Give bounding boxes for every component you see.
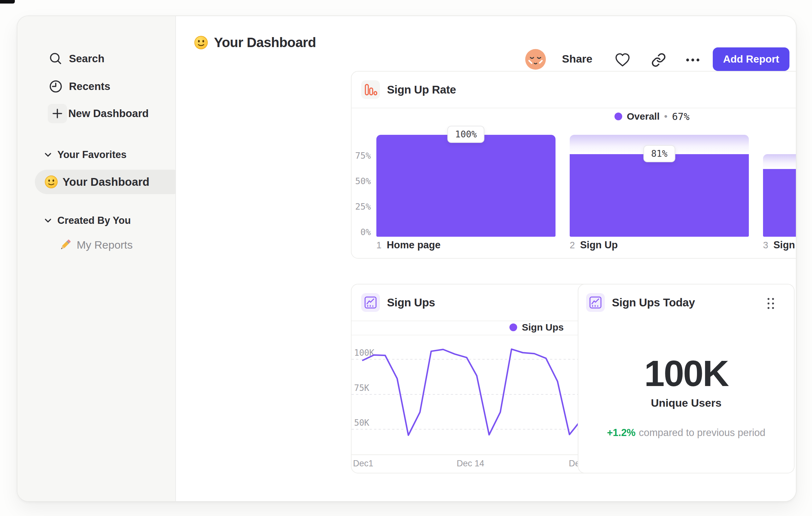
kpi-metric-label: Unique Users — [578, 397, 794, 409]
card-title: Sign Up Rate — [387, 72, 456, 108]
page-title: Your Dashboard — [214, 35, 316, 50]
sidebar-item-label: My Reports — [77, 239, 133, 251]
signup-rate-card: Sign Up Rate Overall • 67% 75%50%25%0% 1… — [351, 71, 796, 259]
app-window: Search Recents New Dashboard You — [17, 16, 796, 502]
sidebar-item-your-dashboard[interactable]: Your Dashboard — [35, 170, 185, 194]
sidebar-section-created-by-you[interactable]: Created By You — [45, 215, 131, 226]
avatar[interactable] — [525, 48, 547, 70]
search-icon — [48, 51, 69, 66]
line-chart-icon — [586, 293, 605, 312]
sidebar-section-your-favorites[interactable]: Your Favorites — [45, 149, 127, 161]
divider — [352, 108, 796, 108]
favorite-heart-icon[interactable] — [614, 52, 631, 69]
legend-dot — [510, 323, 517, 331]
card-title: Sign Ups Today — [612, 284, 695, 321]
chevron-down-icon — [45, 218, 52, 223]
smiley-emoji — [194, 35, 208, 50]
funnel-bar[interactable]: 100% — [376, 135, 555, 237]
funnel-plot: 100%81%82% — [376, 135, 796, 237]
line-chart-icon — [361, 293, 380, 312]
legend-series: Overall — [627, 111, 660, 122]
clock-icon — [48, 79, 69, 94]
add-report-button[interactable]: Add Report — [713, 47, 789, 71]
sidebar-item-label: Your Dashboard — [62, 175, 149, 188]
legend-value: 67% — [672, 111, 690, 122]
funnel-bar[interactable]: 82% — [763, 135, 796, 237]
legend-separator: • — [664, 111, 668, 122]
sidebar-item-recents[interactable]: Recents — [18, 76, 175, 97]
funnel-tooltip: 100% — [447, 126, 484, 143]
chevron-down-icon — [45, 153, 52, 157]
kpi-delta: +1.2% — [607, 427, 636, 438]
pencil-emoji — [59, 238, 72, 251]
funnel-chart-icon — [361, 80, 380, 99]
kpi-delta-row: +1.2%compared to previous period — [578, 427, 794, 439]
kpi-delta-note: compared to previous period — [639, 427, 765, 438]
main-content: Your Dashboard Share — [176, 16, 796, 501]
funnel-step-label: 2Sign Up — [570, 239, 749, 251]
legend-dot — [614, 113, 622, 120]
copy-link-icon[interactable] — [650, 52, 667, 69]
card-title: Sign Ups — [387, 284, 435, 321]
signups-today-card: Sign Ups Today 100K Unique Users +1.2%co… — [578, 284, 794, 473]
kpi-value: 100K — [578, 352, 794, 395]
sidebar: Search Recents New Dashboard You — [18, 16, 176, 501]
funnel-x-axis: 1Home page2Sign Up3Sign Up Confirmation — [376, 239, 796, 251]
funnel-bar[interactable]: 81% — [570, 135, 749, 237]
drag-handle-icon[interactable] — [767, 298, 774, 309]
sidebar-item-new-dashboard[interactable]: New Dashboard — [18, 103, 175, 124]
sidebar-item-label: Recents — [69, 80, 110, 92]
sidebar-item-my-reports[interactable]: My Reports — [59, 238, 133, 251]
sidebar-item-label: New Dashboard — [68, 107, 149, 120]
sidebar-item-search[interactable]: Search — [18, 48, 175, 69]
screen-corner-artifact — [0, 0, 15, 4]
card-header: Sign Up Rate — [352, 72, 796, 108]
smiley-emoji — [45, 175, 58, 189]
page-title-row: Your Dashboard — [194, 35, 316, 50]
section-label: Your Favorites — [57, 149, 127, 161]
funnel-tooltip: 81% — [643, 145, 675, 162]
plus-icon — [48, 104, 68, 123]
sidebar-item-label: Search — [69, 53, 105, 65]
legend-series: Sign Ups — [522, 322, 563, 333]
more-options-icon[interactable] — [685, 52, 701, 69]
funnel-step-label: 3Sign Up Confirmation — [763, 239, 796, 251]
section-label: Created By You — [57, 215, 131, 226]
card-header: Sign Ups Today — [578, 284, 794, 321]
funnel-step-label: 1Home page — [376, 239, 555, 251]
share-button[interactable]: Share — [562, 53, 592, 65]
funnel-y-axis: 75%50%25%0% — [352, 135, 371, 237]
funnel-legend[interactable]: Overall • 67% — [352, 109, 796, 124]
